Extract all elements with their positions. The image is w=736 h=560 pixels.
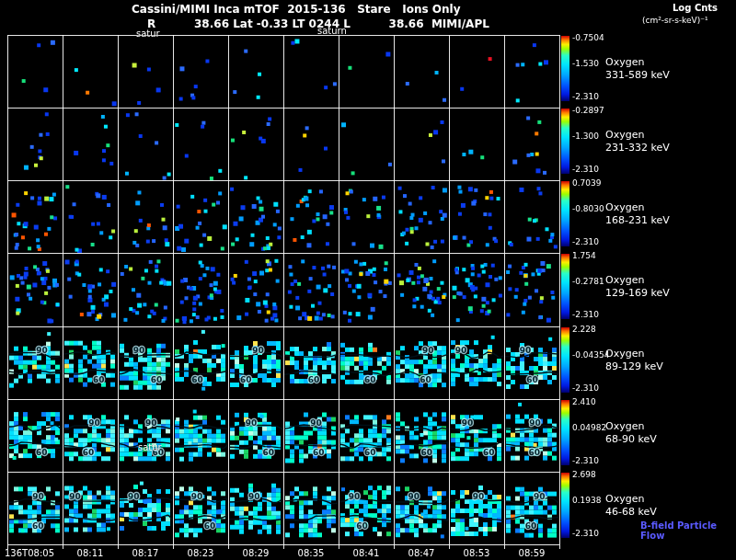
energy-row-labels-3: 0.7039 -0.8030 -2.310 Oxygen 168-231 keV xyxy=(0,180,736,254)
colorbar-min-label: -2.310 xyxy=(572,237,599,246)
colorbar-max-label: 0.7039 xyxy=(572,178,602,188)
energy-range-label: 331-589 keV xyxy=(605,69,670,81)
species-label: Oxygen xyxy=(605,274,644,286)
energy-range-label: 129-169 keV xyxy=(605,287,670,299)
colorbar xyxy=(561,109,569,174)
colorbar-min-label: -2.310 xyxy=(572,529,599,538)
colorbar-min-label: -2.310 xyxy=(572,310,599,319)
saturn-marker: satur xyxy=(136,29,160,39)
energy-row-labels-1: -0.7504 -1.530 -2.310 Oxygen 331-589 keV xyxy=(0,35,736,109)
colorbar-mid-label: -1.300 xyxy=(572,131,599,141)
time-tick-label: 08:11 xyxy=(77,548,104,558)
energy-row-labels-4: 1.754 -0.2781 -2.310 Oxygen 129-169 keV xyxy=(0,253,736,326)
colorbar-legend-units: (cm²-sr-s-keV)⁻¹ xyxy=(642,16,708,25)
colorbar-min-label: -2.310 xyxy=(572,456,599,465)
colorbar-max-label: -0.7504 xyxy=(572,33,604,42)
colorbar-mid-label: 0.04982 xyxy=(572,423,606,432)
time-tick-label: 08:35 xyxy=(298,548,325,558)
energy-row-labels-2: -0.2897 -1.300 -2.310 Oxygen 231-332 keV xyxy=(0,108,736,181)
time-tick-label: 08:59 xyxy=(519,548,546,558)
time-tick-label: 08:47 xyxy=(408,548,435,558)
colorbar-max-label: -0.2897 xyxy=(572,106,604,115)
colorbar xyxy=(561,254,569,319)
colorbar-max-label: 2.698 xyxy=(572,470,596,479)
energy-row-labels-7: 2.698 0.1938 -2.310 Oxygen 46-68 keV xyxy=(0,472,736,545)
colorbar xyxy=(561,400,569,465)
colorbar-max-label: 2.410 xyxy=(572,397,596,406)
energy-range-label: 168-231 keV xyxy=(605,214,670,226)
colorbar-mid-label: -1.530 xyxy=(572,59,599,68)
saturn-marker: satur xyxy=(138,442,162,452)
time-tick-label: 08:53 xyxy=(464,548,490,558)
species-label: Oxygen xyxy=(605,201,644,213)
colorbar-mid-label: -0.2781 xyxy=(572,277,604,286)
time-tick-label: 08:17 xyxy=(132,548,159,558)
energy-range-label: 46-68 keV xyxy=(605,506,657,518)
time-tick-label: 08:23 xyxy=(188,548,214,558)
saturn-marker: saturn xyxy=(317,26,347,36)
colorbar xyxy=(561,327,569,393)
time-tick-label: 08:29 xyxy=(243,548,270,558)
colorbar-min-label: -2.310 xyxy=(572,165,599,174)
colorbar-max-label: 1.754 xyxy=(572,251,596,260)
cassini-mimi-inca-plot: Cassini/MIMI Inca mTOF 2015-136 Stare Io… xyxy=(0,0,736,560)
colorbar xyxy=(561,36,569,101)
bfield-particle-flow-label: B-field Particle Flow xyxy=(640,520,736,541)
colorbar-legend-title: Log Cnts xyxy=(673,3,718,13)
species-label: Oxygen xyxy=(605,348,644,360)
plot-title: Cassini/MIMI Inca mTOF 2015-136 Stare Io… xyxy=(132,3,460,16)
energy-row-labels-6: 2.410 0.04982 -2.310 Oxygen 68-90 keV xyxy=(0,399,736,473)
species-label: Oxygen xyxy=(605,420,644,432)
time-tick-label: 136T08:05 xyxy=(5,548,54,558)
energy-row-labels-5: 2.228 -0.04354 -2.310 Oxygen 89-129 keV xyxy=(0,326,736,400)
colorbar xyxy=(561,181,569,246)
species-label: Oxygen xyxy=(605,129,644,141)
species-label: Oxygen xyxy=(605,493,644,505)
energy-range-label: 68-90 keV xyxy=(605,433,657,445)
colorbar-min-label: -2.310 xyxy=(572,383,599,393)
colorbar-max-label: 2.228 xyxy=(572,325,596,334)
species-label: Oxygen xyxy=(605,56,644,68)
colorbar-min-label: -2.310 xyxy=(572,92,599,101)
colorbar-mid-label: -0.04354 xyxy=(572,350,609,360)
colorbar-mid-label: -0.8030 xyxy=(572,204,604,213)
time-tick-label: 08:41 xyxy=(353,548,380,558)
colorbar xyxy=(561,473,569,538)
energy-range-label: 89-129 keV xyxy=(605,360,663,372)
colorbar-mid-label: 0.1938 xyxy=(572,496,602,505)
energy-range-label: 231-332 keV xyxy=(605,142,670,154)
